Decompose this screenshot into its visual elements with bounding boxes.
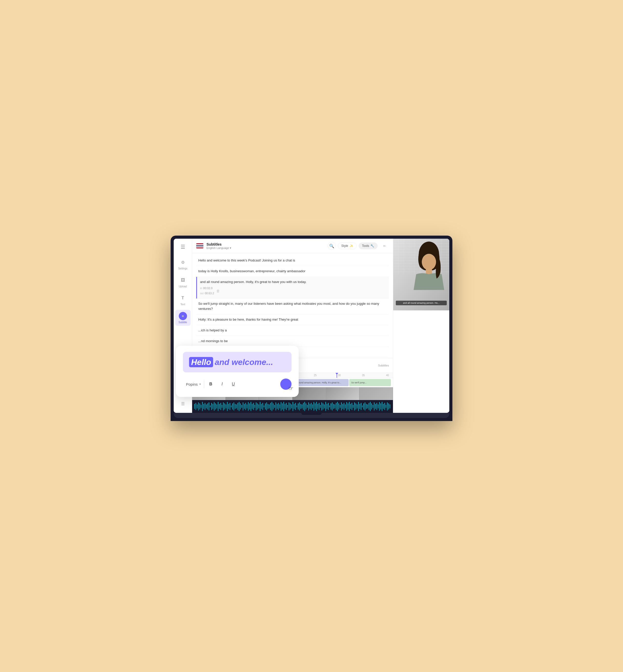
- time-in-row: in 00:32.0: [200, 286, 214, 291]
- svg-rect-72: [288, 405, 288, 408]
- svg-rect-103: [328, 403, 329, 410]
- in-label: in: [200, 286, 202, 291]
- segment-text-6: ...ich is helped by a: [198, 328, 227, 332]
- sidebar-upload-label: Upload: [179, 285, 187, 288]
- transcript-area[interactable]: Hello and welcome to this week's Podcast…: [192, 253, 393, 358]
- card-toolbar: Popins ▾ B I U ☞: [183, 376, 292, 390]
- svg-rect-31: [234, 402, 234, 410]
- svg-rect-44: [250, 402, 251, 411]
- sidebar-item-list[interactable]: ☰: [175, 397, 190, 410]
- waveform-svg: [194, 402, 391, 411]
- text-icon: T: [179, 294, 187, 302]
- transcript-segment-6[interactable]: ...ich is helped by a: [196, 325, 389, 336]
- svg-rect-128: [361, 403, 361, 410]
- style-button[interactable]: Style ✨: [338, 243, 357, 249]
- svg-rect-22: [222, 405, 222, 408]
- svg-rect-142: [379, 402, 380, 411]
- svg-rect-82: [300, 404, 301, 409]
- svg-rect-18: [216, 404, 217, 408]
- svg-rect-104: [329, 405, 330, 407]
- svg-rect-41: [247, 404, 247, 408]
- svg-rect-21: [220, 403, 221, 410]
- transcript-segment-1[interactable]: Hello and welcome to this week's Podcast…: [196, 255, 389, 266]
- ruler-mark-40: 40: [386, 374, 389, 377]
- segment-meta-3: in 00:32.0 out 00:63.2 🗑: [200, 286, 387, 296]
- svg-rect-145: [383, 404, 384, 409]
- svg-rect-138: [374, 402, 375, 410]
- svg-rect-45: [252, 404, 253, 409]
- video-frame-6: [359, 387, 393, 400]
- svg-rect-20: [219, 404, 220, 409]
- font-name: Popins: [186, 382, 198, 387]
- time-out-value[interactable]: 00:63.2: [205, 291, 214, 296]
- transcript-segment-5[interactable]: Holly: It's a pleasure to be here, thank…: [196, 314, 389, 325]
- sidebar-item-upload[interactable]: 🖼 Upload: [175, 274, 190, 290]
- transcript-segment-3[interactable]: and all round amazing person. Holly, it'…: [196, 277, 389, 299]
- sidebar-item-settings[interactable]: ⚙ Settings: [175, 256, 190, 272]
- svg-rect-131: [365, 402, 365, 410]
- svg-rect-127: [359, 404, 360, 409]
- svg-rect-26: [227, 402, 228, 411]
- subtitle-icon: ≡: [179, 312, 187, 320]
- svg-rect-79: [296, 405, 297, 407]
- svg-rect-6: [201, 405, 202, 408]
- svg-rect-24: [225, 403, 225, 409]
- svg-rect-38: [243, 402, 243, 410]
- highlight-word: Hello: [189, 357, 213, 367]
- svg-rect-85: [304, 402, 305, 411]
- time-in-value[interactable]: 00:32.0: [203, 286, 213, 291]
- svg-rect-117: [346, 402, 347, 411]
- svg-rect-144: [382, 402, 382, 411]
- sidebar-item-subtitle[interactable]: ≡ Subtitle: [175, 310, 190, 326]
- svg-rect-141: [378, 404, 379, 408]
- svg-rect-112: [340, 405, 340, 408]
- svg-rect-84: [303, 403, 304, 410]
- svg-rect-125: [357, 404, 358, 408]
- underline-button[interactable]: U: [229, 379, 238, 389]
- segment-delete-button-3[interactable]: 🗑: [216, 288, 220, 294]
- transcript-segment-7[interactable]: ...nd mornings to be: [196, 336, 389, 347]
- svg-rect-124: [356, 403, 356, 409]
- svg-rect-32: [235, 404, 236, 409]
- bold-button[interactable]: B: [206, 379, 215, 389]
- svg-rect-16: [214, 402, 215, 411]
- svg-rect-116: [345, 404, 346, 408]
- svg-rect-107: [333, 404, 334, 409]
- segment-text-4: So we'll jump straight in, many of our l…: [198, 302, 379, 311]
- svg-rect-102: [327, 404, 327, 409]
- svg-rect-29: [231, 405, 232, 407]
- segment-text-7: ...nd mornings to be: [198, 339, 228, 343]
- apply-button[interactable]: ☞: [280, 378, 292, 390]
- menu-icon[interactable]: ☰: [179, 242, 187, 252]
- panel-header: Subtitles English Language ▾ 🔍 Style ✨: [192, 239, 393, 253]
- svg-rect-81: [299, 402, 300, 410]
- svg-rect-150: [390, 404, 390, 408]
- svg-rect-42: [248, 402, 249, 411]
- font-selector[interactable]: Popins ▾: [183, 380, 204, 388]
- svg-rect-91: [312, 404, 313, 408]
- svg-rect-143: [380, 403, 381, 409]
- tools-icon: 🔧: [370, 244, 374, 248]
- search-button[interactable]: 🔍: [328, 242, 336, 250]
- svg-rect-153: [426, 269, 432, 274]
- checkmark-icon: [283, 381, 289, 387]
- svg-rect-90: [311, 403, 312, 410]
- transcript-segment-2[interactable]: today is Holly Knolls, businesswoman, en…: [196, 266, 389, 277]
- svg-rect-136: [371, 403, 372, 409]
- back-button[interactable]: ←: [381, 242, 389, 250]
- list-icon: ☰: [179, 399, 187, 408]
- preview-text: Helloand welcome...: [189, 358, 273, 367]
- svg-rect-27: [228, 404, 229, 409]
- svg-rect-2: [196, 403, 196, 410]
- transcript-segment-4[interactable]: So we'll jump straight in, many of our l…: [196, 299, 389, 315]
- sidebar-item-text[interactable]: T Text: [175, 292, 190, 308]
- svg-rect-77: [294, 404, 295, 409]
- svg-rect-40: [245, 403, 246, 410]
- tools-button[interactable]: Tools 🔧: [359, 243, 378, 249]
- svg-rect-76: [293, 402, 293, 411]
- subtitles-label: Subtitles: [378, 364, 389, 367]
- italic-button[interactable]: I: [217, 379, 227, 389]
- out-label: out: [200, 292, 204, 296]
- clip-4[interactable]: So we'll jump...: [349, 379, 391, 386]
- video-preview: and all round amazing person. Ho...: [393, 239, 449, 310]
